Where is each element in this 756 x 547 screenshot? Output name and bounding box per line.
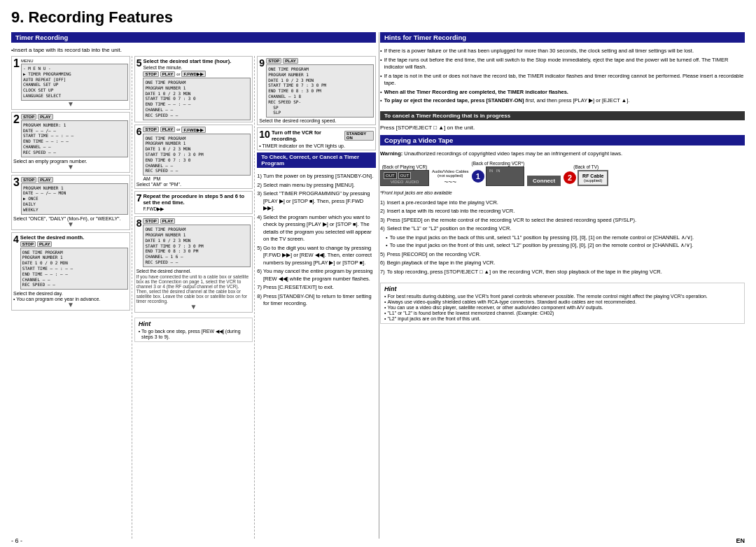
check-correct-header: To Check, Correct, or Cancel a Timer Pro… — [257, 152, 376, 168]
stop-btn-9: STOP — [266, 58, 281, 64]
copy-step-1: 1)Insert a pre-recorded tape into the pl… — [380, 199, 745, 207]
play-btn-5: PLAY — [160, 71, 175, 77]
back-playing-label: (Back of Playing VCR) — [380, 164, 429, 169]
tv-back-label: (Back of TV) — [573, 164, 598, 169]
hint-bottom-4: •"L1" or "L2" is found before the lowest… — [384, 311, 741, 315]
step-6-number: 6 — [136, 127, 142, 136]
hint-bullet-2: • To go back one step, press [REW ◀◀] (d… — [139, 329, 249, 339]
hint-bullet-3: •If a tape is not in the unit or does no… — [380, 73, 745, 87]
play-btn: PLAY — [38, 114, 52, 120]
step-3-block: 3 STOP PLAY PROGRAM NUMBER 1 DATE — — /—… — [11, 175, 130, 230]
step-10-label: Turn off the VCR for recording. — [272, 129, 343, 142]
play-btn-6: PLAY — [160, 127, 175, 132]
step-2-screen: PROGRAM NUMBER: 1 DATE — — /— — START TI… — [21, 120, 128, 157]
play-btn-8: PLAY — [160, 218, 175, 224]
step-7-block: 7 Repeat the procedure in steps 5 and 6 … — [134, 191, 253, 214]
step-7-label: Repeat the procedure in steps 5 and 6 to… — [143, 193, 251, 206]
recording-back-label: (Back of Recording VCR*) — [472, 161, 525, 166]
step-10-block: 10 Turn off the VCR for recording. STAND… — [257, 127, 376, 150]
av-cables-icon: ~~~ — [444, 178, 457, 186]
step-1-menu-label: MENU — [21, 59, 34, 63]
step-7-ffwd: F.FWD▶▶ — [143, 206, 251, 212]
hint-box-bottom: Hint •For best results during dubbing, u… — [380, 283, 745, 324]
hint-title-2: Hint — [139, 320, 249, 327]
check-step-5: 5)Go to the digit you want to change by … — [257, 245, 376, 267]
step-5-number: 5 — [136, 58, 142, 68]
check-step-6: 6)You may cancel the entire program by p… — [257, 268, 376, 283]
check-step-3: 3)Select "TIMER PROGRAMMING" by pressing… — [257, 190, 376, 213]
step-5-sublabel: Select the minute. — [143, 65, 251, 70]
am-label: AM — [143, 176, 150, 181]
hints-content: •If there is a power failure or the unit… — [380, 48, 745, 106]
play-btn-4: PLAY — [37, 241, 52, 247]
step-5-label: Select the desired start time (hour). — [143, 58, 251, 64]
step-4-arrow: ▼ — [13, 301, 128, 308]
copy-step-5: 5)Press [RECORD] on the recording VCR. — [380, 251, 745, 259]
stop-btn-6: STOP — [143, 127, 158, 132]
num-circle-1: 1 — [472, 170, 484, 183]
hint-bullet-1: •If there is a power failure or the unit… — [380, 48, 745, 55]
cancel-text: Press [STOP/EJECT □ ▲] on the unit. — [380, 125, 745, 131]
hint-bottom-2: •Always use video-quality shielded cable… — [384, 299, 741, 304]
stop-btn-4: STOP — [20, 241, 36, 247]
hint-bottom-1: •For best results during dubbing, use th… — [384, 294, 741, 299]
asterisk-note: *Front input jacks are also available — [380, 190, 745, 195]
page-number: - 6 - — [11, 537, 22, 544]
step-9-desc: Select the desired recording speed. — [259, 118, 374, 123]
play-btn-9: PLAY — [283, 58, 298, 64]
step-8-arrow: ▼ — [136, 304, 251, 311]
hint-bottom-5: •"L2" input jacks are on the front of th… — [384, 316, 741, 321]
play-btn-3: PLAY — [38, 177, 52, 183]
hint-bullet-4: •When all the Timer Recording are comple… — [380, 89, 745, 97]
hint-bottom-3: •You can use a video disc player, satell… — [384, 305, 741, 310]
check-step-4: 4)Select the program number which you wa… — [257, 214, 376, 243]
stop-btn: STOP — [21, 114, 36, 120]
step-2-number: 2 — [13, 114, 20, 125]
copy-step-6: 6)Begin playback of the tape in the play… — [380, 260, 745, 267]
hint-bullet-2-r: •If the tape runs out before the end tim… — [380, 57, 745, 71]
step-7-number: 7 — [136, 193, 142, 203]
step-4-label: Select the desired month. — [20, 234, 128, 241]
recording-vcr-panel: IN IN — [486, 166, 524, 186]
step-2-arrow: ▼ — [13, 164, 128, 171]
copy-step-7: 7)To stop recording, press [STOP/EJECT □… — [380, 269, 745, 276]
step-3-arrow: ▼ — [13, 221, 128, 228]
playing-vcr-panel: OUT OUT VIDEO AUDIO — [380, 170, 429, 186]
ffwd-btn-6: F.FWD▶▶ — [181, 127, 205, 133]
step-1-number: 1 — [13, 58, 20, 69]
step-8-number: 8 — [136, 218, 142, 228]
step-4-day-desc: Select the desired day. — [13, 291, 128, 296]
standby-btn: STANDBY ON — [344, 131, 374, 141]
timer-intro: •Insert a tape with its record tab into … — [11, 47, 376, 53]
check-steps-list: 1)Turn the power on by pressing [STANDBY… — [257, 173, 376, 309]
step-4-number: 4 — [13, 234, 19, 244]
step-9-block: 9 STOP PLAY ONE TIME PROGRAM PROGRAM NUM… — [257, 56, 376, 125]
ffwd-btn-5: F.FWD▶▶ — [181, 71, 205, 77]
step-6-desc: Select "AM" or "PM". — [136, 182, 251, 187]
step-9-number: 9 — [259, 58, 265, 68]
pm-label: PM — [153, 176, 161, 181]
check-step-8: 8)Press [STANDBY-ON] to return to timer … — [257, 293, 376, 308]
connect-box: Connect — [527, 176, 561, 186]
copy-step-4: 4)Select the "L1" or "L2" position on th… — [380, 225, 745, 233]
step-8-screen: ONE TIME PROGRAM PROGRAM NUMBER 1 DATE 1… — [143, 225, 251, 267]
step-6-block: 6 STOP PLAY or F.FWD▶▶ ONE TIME PROGRAM — [134, 125, 253, 190]
page-title: 9. Recording Features — [11, 8, 745, 27]
step-9-screen: ONE TIME PROGRAM PROGRAM NUMBER 1 DATE 1… — [266, 64, 374, 118]
copy-step-4a: •To use the input jacks on the back of t… — [386, 234, 745, 242]
num-circle-2: 2 — [564, 171, 576, 184]
stop-btn-3: STOP — [21, 177, 36, 183]
step-1-screen: - M E N U - ▶ TIMER PROGRAMMING AUTO REP… — [21, 64, 128, 101]
hint-title-bottom: Hint — [384, 285, 741, 292]
stop-btn-5: STOP — [143, 71, 158, 77]
hint-bullet-5: •To play or eject the recorded tape, pre… — [380, 97, 745, 105]
lang-code: EN — [736, 537, 745, 544]
step-8-desc: Select the desired channel. — [136, 269, 251, 274]
step-1-arrow: ▼ — [13, 101, 128, 108]
check-step-7: 7)Press [C.RESET/EXIT] to exit. — [257, 284, 376, 292]
av-cables-label: Audio/Video Cables(not supplied) — [432, 169, 469, 178]
step-10-desc: • TIMER indicator on the VCR lights up. — [259, 143, 374, 148]
timer-recording-header: Timer Recording — [11, 32, 376, 43]
step-4-block: 4 Select the desired month. STOP PLAY ON… — [11, 232, 130, 311]
copying-steps: 1)Insert a pre-recorded tape into the pl… — [380, 199, 745, 278]
